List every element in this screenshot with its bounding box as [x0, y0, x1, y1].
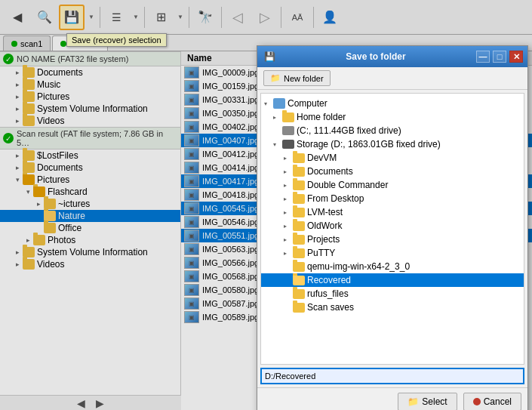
modal-tree-home[interactable]: ▸ Home folder	[261, 110, 524, 124]
modal-tree-ddrive[interactable]: ▾ Storage (D:, 1863.01GB fixed drive)	[261, 137, 524, 151]
folder-icon-projects	[293, 235, 305, 245]
folder-icon-dc	[293, 180, 305, 190]
select-label: Select	[422, 396, 447, 407]
modal-tree: ▾ Computer ▸ Home folder (C:, 111.44GB f…	[260, 93, 524, 365]
modal-maximize-button[interactable]: □	[493, 51, 506, 63]
select-button[interactable]: 📁 Select	[398, 393, 457, 410]
expand-ddrive: ▾	[273, 141, 282, 148]
modal-tree-qemu[interactable]: qemu-img-win-x64-2_3_0	[261, 260, 524, 273]
modal-path-bar	[260, 368, 524, 384]
label-putty: PuTTY	[307, 248, 335, 258]
modal-title: Save to folder	[277, 51, 475, 62]
drive-icon-c	[282, 126, 294, 135]
label-rufus: rufus_files	[307, 288, 349, 299]
cancel-button[interactable]: Cancel	[463, 393, 521, 410]
drive-icon-d	[282, 140, 294, 149]
folder-icon-qemu	[293, 262, 305, 272]
expand-modal-documents: ▸	[284, 168, 293, 175]
label-devvm: DevVM	[307, 153, 337, 163]
folder-icon-recovered	[293, 276, 305, 285]
label-oldwork: OldWork	[307, 220, 342, 231]
modal-titlebar: 💾 Save to folder — □ ✕	[257, 46, 527, 67]
label-lvm: LVM-test	[307, 207, 343, 217]
modal-overlay: 💾 Save to folder — □ ✕ 📁 New folder ▾ Co…	[0, 0, 532, 410]
modal-tree-computer[interactable]: ▾ Computer	[261, 97, 524, 110]
modal-tree-dc[interactable]: ▸ Double Commander	[261, 178, 524, 192]
cancel-dot	[473, 398, 481, 405]
expand-home: ▸	[273, 114, 282, 121]
modal-toolbar: 📁 New folder	[257, 67, 527, 90]
modal-tree-scansaves[interactable]: Scan saves	[261, 301, 524, 314]
modal-tree-rufus[interactable]: rufus_files	[261, 287, 524, 301]
modal-minimize-button[interactable]: —	[476, 51, 490, 63]
save-to-folder-modal: 💾 Save to folder — □ ✕ 📁 New folder ▾ Co…	[257, 45, 528, 410]
new-folder-button[interactable]: 📁 New folder	[263, 70, 331, 86]
label-scansaves: Scan saves	[307, 302, 354, 313]
path-input[interactable]	[260, 368, 524, 384]
modal-tree-cdrive[interactable]: (C:, 111.44GB fixed drive)	[261, 124, 524, 137]
modal-tree-devvm[interactable]: ▸ DevVM	[261, 151, 524, 165]
win-buttons: — □ ✕	[475, 51, 523, 63]
modal-tree-projects[interactable]: ▸ Projects	[261, 233, 524, 246]
expand-putty: ▸	[284, 250, 293, 257]
folder-icon-home	[282, 113, 294, 122]
expand-devvm: ▸	[284, 155, 293, 162]
save-folder-icon: 💾	[264, 51, 275, 62]
modal-footer: 📁 Select Cancel	[257, 387, 527, 410]
label-home: Home folder	[297, 112, 346, 122]
label-computer: Computer	[288, 98, 328, 109]
folder-icon-scansaves	[293, 303, 305, 313]
modal-tree-putty[interactable]: ▸ PuTTY	[261, 246, 524, 260]
new-folder-icon: 📁	[270, 73, 281, 83]
expand-lvm: ▸	[284, 209, 293, 216]
expand-dc: ▸	[284, 182, 293, 189]
label-projects: Projects	[307, 234, 340, 245]
label-modal-documents: Documents	[307, 166, 353, 177]
folder-icon-devvm	[293, 153, 305, 163]
computer-icon	[273, 98, 285, 109]
modal-title-icon: 💾	[262, 49, 277, 64]
label-recovered: Recovered	[307, 275, 351, 285]
modal-tree-from-desktop[interactable]: ▸ From Desktop	[261, 192, 524, 205]
modal-close-button[interactable]: ✕	[509, 51, 523, 63]
expand-computer: ▾	[264, 100, 273, 107]
modal-tree-recovered[interactable]: Recovered	[261, 273, 524, 287]
folder-icon-putty	[293, 248, 305, 258]
folder-icon-rufus	[293, 289, 305, 299]
label-from-desktop: From Desktop	[307, 193, 364, 204]
folder-icon-modal-documents	[293, 167, 305, 177]
expand-projects: ▸	[284, 236, 293, 243]
modal-tree-oldwork[interactable]: ▸ OldWork	[261, 219, 524, 233]
folder-icon-lvm	[293, 208, 305, 217]
folder-icon-from-desktop	[293, 194, 305, 204]
cancel-label: Cancel	[484, 396, 512, 407]
expand-from-desktop: ▸	[284, 196, 293, 202]
label-ddrive: Storage (D:, 1863.01GB fixed drive)	[297, 139, 441, 150]
folder-icon-oldwork	[293, 221, 305, 231]
label-qemu: qemu-img-win-x64-2_3_0	[307, 261, 410, 272]
label-dc: Double Commander	[307, 180, 388, 190]
expand-oldwork: ▸	[284, 223, 293, 230]
new-folder-label: New folder	[284, 74, 324, 83]
modal-tree-documents[interactable]: ▸ Documents	[261, 165, 524, 178]
label-cdrive: (C:, 111.44GB fixed drive)	[297, 125, 401, 136]
select-icon: 📁	[407, 396, 419, 407]
modal-tree-lvm[interactable]: ▸ LVM-test	[261, 205, 524, 219]
